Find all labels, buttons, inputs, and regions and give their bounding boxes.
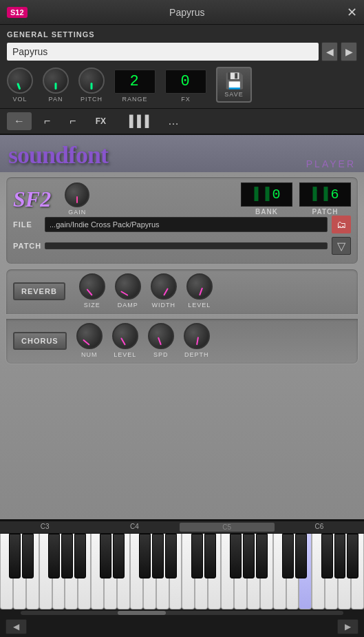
- fx-display[interactable]: 0: [165, 70, 206, 94]
- key-label-c4: C4: [89, 523, 179, 532]
- tab-arp[interactable]: ⌐: [63, 112, 83, 130]
- piano-black-key[interactable]: [61, 534, 73, 578]
- piano-black-key[interactable]: [113, 534, 125, 578]
- pitch-knob[interactable]: [78, 67, 105, 94]
- reverb-size-label: SIZE: [84, 302, 100, 309]
- file-row: FILE ...gain/Indie Cross Pack/Papyrus 🗂: [13, 216, 351, 233]
- preset-row: ◀ ▶: [7, 42, 357, 61]
- reverb-damp-label: DAMP: [118, 302, 138, 309]
- chorus-num-knob[interactable]: [76, 323, 103, 349]
- pan-knob[interactable]: [43, 67, 69, 94]
- piano-black-key[interactable]: [139, 534, 151, 578]
- nav-tabs: ← ⌐ ⌐ FX ▐▐▐ …: [0, 109, 364, 135]
- fx-label: FX: [181, 96, 191, 103]
- chorus-button[interactable]: CHORUS: [13, 332, 67, 350]
- keyboard-scrollbar[interactable]: [0, 609, 364, 616]
- piano-black-key[interactable]: [165, 534, 177, 578]
- save-button[interactable]: 💾 SAVE: [216, 67, 252, 103]
- preset-name-input[interactable]: [7, 43, 319, 61]
- key-label-c3: C3: [0, 523, 89, 532]
- piano-black-key[interactable]: [334, 534, 346, 578]
- plugin-title: soundfont: [8, 140, 108, 169]
- piano-black-key[interactable]: [74, 534, 86, 578]
- patch-group: ▐▐6 PATCH: [299, 182, 351, 216]
- plugin-area: soundfont PLAYER SF2 GAIN ▐▐0 BANK: [0, 135, 364, 519]
- patch-row: PATCH ▽: [13, 237, 351, 255]
- chorus-spd-knob[interactable]: [148, 323, 174, 349]
- piano-black-key[interactable]: [204, 534, 216, 578]
- piano-black-key[interactable]: [191, 534, 203, 578]
- file-browse-button[interactable]: 🗂: [332, 216, 351, 233]
- file-path-display[interactable]: ...gain/Indie Cross Pack/Papyrus: [45, 217, 328, 232]
- tab-more[interactable]: …: [161, 112, 186, 130]
- vol-knob-indicator: [17, 83, 21, 90]
- tab-seq[interactable]: ▐▐▐: [118, 112, 156, 130]
- gain-knob[interactable]: [65, 182, 89, 207]
- patch-input[interactable]: [45, 242, 328, 249]
- scrollbar-track[interactable]: [21, 611, 343, 615]
- chorus-depth-group: DEPTH: [184, 323, 210, 358]
- chorus-depth-knob[interactable]: [184, 323, 210, 349]
- tab-back[interactable]: ←: [7, 112, 32, 130]
- reverb-size-knob[interactable]: [79, 273, 105, 300]
- chorus-level-group: LEVEL: [112, 323, 138, 358]
- close-button[interactable]: ✕: [347, 6, 357, 19]
- piano-black-key[interactable]: [22, 534, 34, 578]
- patch-display[interactable]: ▐▐6: [299, 182, 351, 207]
- piano-black-key[interactable]: [321, 534, 333, 578]
- tab-fx[interactable]: FX: [89, 114, 113, 129]
- piano-black-key[interactable]: [9, 534, 21, 578]
- chorus-depth-label: DEPTH: [184, 351, 209, 358]
- gain-knob-group: GAIN: [65, 182, 89, 216]
- reverb-damp-group: DAMP: [115, 273, 141, 309]
- reverb-width-label: WIDTH: [152, 302, 176, 309]
- vol-knob[interactable]: [7, 67, 33, 94]
- bank-group: ▐▐0 BANK: [241, 182, 292, 216]
- chorus-section: CHORUS NUM LEVEL: [6, 319, 358, 364]
- bank-display[interactable]: ▐▐0: [241, 182, 292, 207]
- pitch-label: PITCH: [81, 96, 103, 103]
- reverb-button[interactable]: REVERB: [13, 282, 65, 300]
- key-label-c6: C6: [275, 523, 364, 532]
- scrollbar-thumb[interactable]: [118, 611, 166, 615]
- range-display[interactable]: 2: [114, 70, 156, 94]
- reverb-width-knob[interactable]: [151, 273, 177, 300]
- pitch-knob-group: PITCH: [78, 67, 105, 103]
- save-icon: 💾: [225, 72, 244, 90]
- preset-prev-button[interactable]: ◀: [321, 42, 338, 61]
- reverb-size-indicator: [86, 289, 92, 295]
- general-settings-label: GENERAL SETTINGS: [7, 30, 357, 39]
- range-group: 2 RANGE: [114, 70, 156, 103]
- piano-black-key[interactable]: [295, 534, 307, 578]
- chorus-depth-indicator: [196, 337, 199, 345]
- chorus-level-label: LEVEL: [114, 351, 136, 358]
- chorus-num-group: NUM: [76, 323, 103, 358]
- chorus-level-knob[interactable]: [112, 323, 138, 349]
- piano-black-key[interactable]: [152, 534, 164, 578]
- save-label: SAVE: [224, 91, 243, 98]
- reverb-row: REVERB SIZE DAMP: [13, 273, 351, 309]
- vol-label: VOL: [12, 96, 27, 103]
- piano-black-key[interactable]: [100, 534, 111, 578]
- piano-black-key[interactable]: [243, 534, 255, 578]
- reverb-knobs: SIZE DAMP WIDTH: [79, 273, 213, 309]
- reverb-damp-knob[interactable]: [115, 273, 141, 300]
- tab-envelope[interactable]: ⌐: [37, 112, 57, 130]
- piano-black-key[interactable]: [256, 534, 268, 578]
- piano-black-key[interactable]: [230, 534, 242, 578]
- preset-next-button[interactable]: ▶: [341, 42, 357, 61]
- piano-black-key[interactable]: [347, 534, 358, 578]
- piano-black-key[interactable]: [282, 534, 294, 578]
- title-bar: S12 Papyrus ✕: [0, 0, 364, 25]
- pan-knob-group: PAN: [43, 67, 69, 103]
- chorus-level-indicator: [120, 337, 126, 345]
- bank-label: BANK: [255, 208, 278, 216]
- reverb-level-knob[interactable]: [186, 273, 213, 300]
- reverb-size-group: SIZE: [79, 273, 105, 309]
- keyboard-nav-right[interactable]: ▶: [337, 619, 358, 634]
- piano-black-key[interactable]: [48, 534, 60, 578]
- soundfont-header: soundfont PLAYER: [0, 135, 364, 172]
- keyboard-nav-left[interactable]: ◀: [6, 619, 27, 634]
- piano-keyboard: [0, 534, 364, 609]
- patch-filter-button[interactable]: ▽: [332, 237, 351, 255]
